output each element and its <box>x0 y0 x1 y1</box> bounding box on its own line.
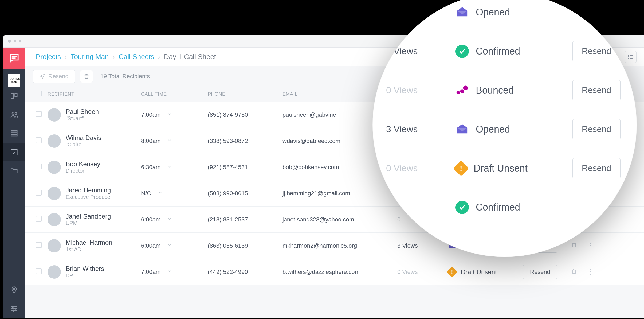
row-resend-button[interactable]: Resend <box>523 265 557 279</box>
chevron-down-icon[interactable] <box>167 164 172 171</box>
column-header-calltime[interactable]: CALL TIME <box>141 91 208 97</box>
email-value: janet.sand323@yahoo.com <box>282 216 397 223</box>
chevron-down-icon[interactable] <box>167 216 172 223</box>
people-icon <box>10 110 18 119</box>
recipient-role: Executive Producer <box>66 194 112 200</box>
delete-button[interactable] <box>80 70 93 83</box>
views-value: 0 Views <box>386 163 455 173</box>
row-resend-button[interactable]: Resend <box>572 80 621 100</box>
svg-point-3 <box>15 113 17 115</box>
resend-button[interactable]: Resend <box>33 70 75 83</box>
zoom-row: Opened <box>373 0 637 32</box>
phone-value: (503) 990-8615 <box>208 190 282 197</box>
recipient-role: Director <box>66 168 100 174</box>
views-value: 3 Views <box>386 124 455 134</box>
email-value: mkharmon2@harmonic5.org <box>282 242 397 249</box>
breadcrumb-section[interactable]: Call Sheets <box>119 53 154 61</box>
recipient-role: UPM <box>66 220 111 226</box>
sidebar-item-location[interactable] <box>3 281 25 299</box>
svg-point-2 <box>12 112 14 114</box>
folder-icon <box>10 167 18 175</box>
svg-point-8 <box>13 288 15 290</box>
opened-icon <box>455 123 469 136</box>
draft-unsent-icon <box>446 266 458 277</box>
breadcrumb-separator: › <box>65 53 67 61</box>
phone-value: (863) 055-6139 <box>208 242 282 249</box>
sidebar-item-contacts[interactable] <box>3 105 25 124</box>
row-checkbox[interactable] <box>36 268 42 274</box>
rows-icon <box>10 129 18 137</box>
row-checkbox[interactable] <box>36 216 42 222</box>
breadcrumb-projects[interactable]: Projects <box>36 53 61 61</box>
zoom-row: 0 Views Bounced Resend <box>373 71 637 110</box>
calendar-check-icon <box>10 148 18 156</box>
send-icon <box>39 73 45 79</box>
list-icon <box>628 54 634 60</box>
row-resend-button[interactable]: Resend <box>572 158 621 178</box>
sidebar-item-files[interactable] <box>3 161 25 180</box>
call-time-value: 6:30am <box>141 164 160 171</box>
chevron-down-icon[interactable] <box>167 111 172 118</box>
status-label: Draft Unsent <box>461 268 497 276</box>
svg-point-11 <box>13 310 14 311</box>
phone-value: (851) 874-9750 <box>208 111 282 118</box>
row-resend-button[interactable]: Resend <box>572 119 621 139</box>
row-checkbox[interactable] <box>36 111 42 117</box>
phone-value: (213) 831-2537 <box>208 216 282 223</box>
recipient-name: Wilma Davis <box>66 134 101 142</box>
sidebar-item-board[interactable] <box>3 87 25 105</box>
avatar <box>48 134 61 148</box>
recipient-name: Janet Sandberg <box>66 213 111 220</box>
zoom-lens-overlay: Opened 6 Views Confirmed Resend 0 Views … <box>372 0 637 257</box>
zoom-row: 3 Views Opened Resend <box>373 110 637 149</box>
recipient-role: "Stuart" <box>66 115 99 122</box>
chevron-down-icon[interactable] <box>158 190 163 197</box>
trash-icon[interactable] <box>571 243 577 250</box>
sidebar-item-lists[interactable] <box>3 124 25 143</box>
svg-rect-4 <box>11 131 17 132</box>
recipient-name: Bob Kensey <box>66 160 100 168</box>
status-label: Confirmed <box>476 46 520 57</box>
row-checkbox[interactable] <box>36 190 42 196</box>
confirmed-icon <box>455 45 469 58</box>
call-time-value: 6:00am <box>141 242 160 249</box>
chevron-down-icon[interactable] <box>167 269 172 275</box>
column-header-phone[interactable]: PHONE <box>208 91 282 97</box>
breadcrumb-current: Day 1 Call Sheet <box>164 53 216 61</box>
breadcrumb-separator: › <box>113 53 115 61</box>
select-all-checkbox[interactable] <box>36 91 42 96</box>
recipient-name: Jared Hemming <box>66 186 112 194</box>
status-label: Opened <box>476 7 510 18</box>
sidebar-item-callsheets[interactable] <box>3 143 25 161</box>
status-label: Opened <box>476 124 510 135</box>
svg-rect-1 <box>15 93 17 97</box>
row-checkbox[interactable] <box>36 137 42 143</box>
app-logo[interactable] <box>3 48 25 69</box>
status-label: Draft Unsent <box>474 163 528 174</box>
project-thumbnail[interactable]: TOURING MAN <box>8 74 20 87</box>
row-checkbox[interactable] <box>36 164 42 169</box>
sidebar-item-settings[interactable] <box>3 299 25 318</box>
board-icon <box>10 92 18 100</box>
call-time-value: 7:00am <box>141 111 160 118</box>
trash-icon[interactable] <box>571 269 577 276</box>
chevron-down-icon[interactable] <box>167 138 172 145</box>
chevron-down-icon[interactable] <box>167 242 172 249</box>
call-time-value: 8:00am <box>141 138 160 145</box>
view-options-button[interactable] <box>625 51 637 63</box>
window-dot <box>8 40 11 43</box>
recipient-role: 1st AD <box>66 246 112 252</box>
confirmed-icon <box>455 201 469 214</box>
row-checkbox[interactable] <box>36 242 42 248</box>
svg-point-13 <box>628 56 629 57</box>
table-row[interactable]: Brian Withers DP 7:00am (449) 522-4990 b… <box>25 259 644 285</box>
pin-icon <box>10 286 18 294</box>
breadcrumb-separator: › <box>158 53 160 61</box>
breadcrumb-project[interactable]: Touring Man <box>71 53 109 61</box>
more-icon[interactable]: ⋮ <box>587 242 594 250</box>
zoom-row: 0 Views Draft Unsent Resend <box>373 149 637 188</box>
column-header-recipient[interactable]: RECIPIENT <box>48 91 141 97</box>
svg-point-17 <box>463 85 468 90</box>
svg-rect-0 <box>11 93 14 99</box>
more-icon[interactable]: ⋮ <box>587 268 594 276</box>
